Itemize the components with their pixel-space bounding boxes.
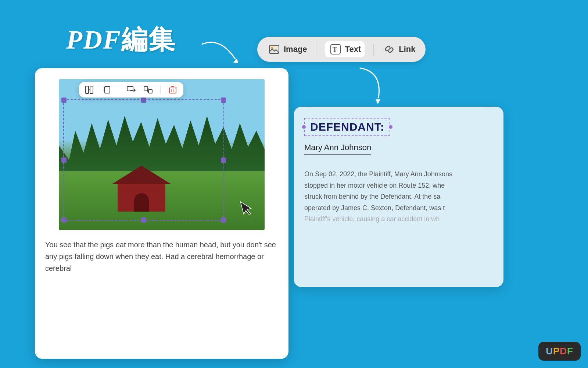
image-container[interactable] [59, 79, 265, 230]
title-area: PDF編集 [66, 22, 176, 57]
svg-marker-6 [376, 99, 380, 104]
logo-p: P [553, 346, 560, 357]
delete-icon[interactable] [168, 85, 178, 95]
dot-right [389, 125, 392, 129]
wrap-icon[interactable] [85, 85, 94, 95]
svg-text:T: T [333, 46, 337, 53]
tool-sep1 [119, 85, 119, 94]
dot-left [302, 125, 306, 129]
svg-marker-0 [233, 58, 238, 63]
text-label: Text [345, 45, 361, 54]
image-tool[interactable]: Image [268, 43, 307, 56]
swap-icon[interactable] [143, 85, 153, 95]
barn-door [134, 193, 149, 212]
defendant-box[interactable]: DEFENDANT: [304, 118, 390, 136]
logo-f: F [567, 346, 573, 357]
updf-logo: UPDF [538, 342, 581, 361]
pdf-body-text: You see that the pigs eat more than the … [42, 234, 281, 274]
divider2 [373, 43, 374, 55]
svg-line-5 [388, 48, 390, 50]
text-icon: T [329, 43, 342, 56]
svg-rect-1 [269, 45, 279, 53]
toolbar-arrow [353, 64, 390, 109]
tool-sep2 [160, 85, 161, 94]
barn-body [118, 184, 165, 212]
svg-rect-8 [90, 86, 93, 93]
farm-image [59, 79, 265, 230]
svg-rect-16 [169, 88, 176, 93]
case-body-text: On Sep 02, 2022, the Plaintiff, Mary Ann… [304, 169, 493, 225]
image-label: Image [284, 45, 307, 54]
svg-point-2 [271, 47, 273, 49]
toolbar-pill: Image T Text Link [257, 37, 426, 62]
svg-rect-15 [148, 89, 152, 93]
image-icon [268, 43, 281, 56]
logo-d: D [560, 346, 567, 357]
left-pdf-panel: You see that the pigs eat more than the … [35, 68, 288, 359]
text-tool[interactable]: T Text [325, 41, 365, 57]
decorative-arrow [198, 40, 243, 70]
rotate-icon[interactable] [102, 85, 111, 95]
replace-icon[interactable] [126, 85, 136, 95]
link-tool[interactable]: Link [383, 43, 415, 56]
svg-rect-10 [105, 86, 110, 93]
logo-u: U [546, 346, 553, 357]
svg-rect-7 [86, 86, 89, 93]
right-pdf-panel: DEFENDANT: Mary Ann Johnson On Sep 02, 2… [294, 107, 503, 287]
link-icon [383, 43, 396, 56]
defendant-label: DEFENDANT: [310, 121, 384, 133]
image-toolbar [79, 82, 183, 98]
svg-rect-14 [144, 86, 148, 90]
link-label: Link [399, 45, 415, 54]
page-title: PDF編集 [66, 22, 176, 57]
barn [118, 175, 165, 212]
divider1 [316, 43, 316, 55]
defendant-name: Mary Ann Johnson [304, 143, 371, 155]
